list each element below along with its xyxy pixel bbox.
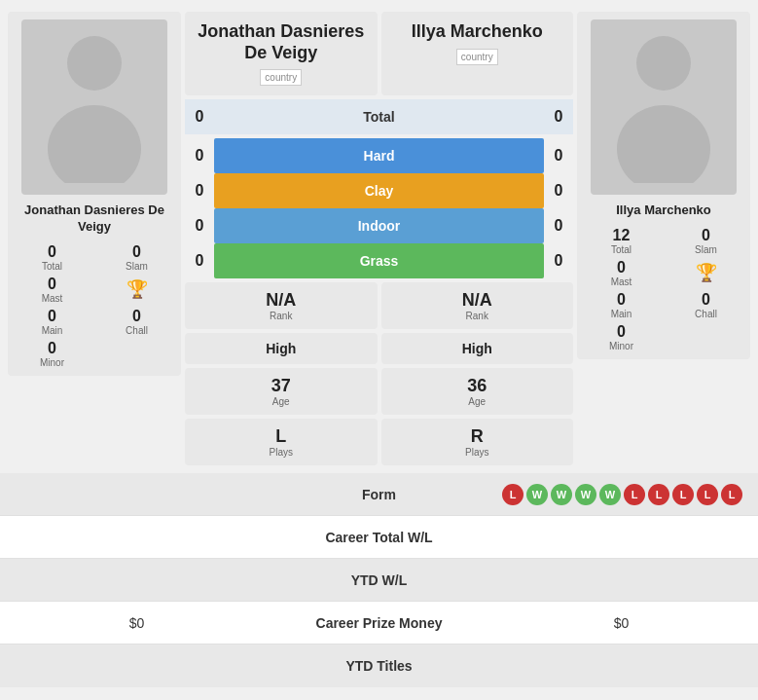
career-wl-row: Career Total W/L xyxy=(0,516,758,559)
player2-stats: 12 Total 0 Slam 0 Mast 🏆 0 Main xyxy=(583,227,744,351)
p2-high-box: High xyxy=(381,333,574,364)
p1-total-cell: 0 Total xyxy=(14,243,90,272)
p2-age-label: Age xyxy=(387,396,568,407)
form-badge-9: L xyxy=(697,484,718,505)
p1-info-name: Jonathan Dasnieres De Veigy xyxy=(193,21,370,63)
p2-plays-box: R Plays xyxy=(381,419,574,465)
form-badge-5: W xyxy=(599,484,621,505)
prize-right: $0 xyxy=(500,615,742,631)
indoor-bar: Indoor xyxy=(214,208,544,243)
p2-detail-stats: N/A Rank High 36 Age R Plays xyxy=(381,282,574,465)
p1-mast-label: Mast xyxy=(42,293,63,304)
clay-bar: Clay xyxy=(214,173,544,208)
form-badge-8: L xyxy=(672,484,694,505)
p2-plays-label: Plays xyxy=(387,447,568,458)
prize-label: Career Prize Money xyxy=(258,615,500,631)
main-container: Jonathan Dasnieres De Veigy 0 Total 0 Sl… xyxy=(0,0,758,687)
p1-main-value: 0 xyxy=(48,308,56,325)
surface-row-clay: 0 Clay 0 xyxy=(185,173,573,208)
p2-rank-box: N/A Rank xyxy=(381,282,574,329)
hard-bar: Hard xyxy=(214,138,544,173)
stats-row: N/A Rank High 37 Age L Plays xyxy=(185,282,573,465)
p1-slam-value: 0 xyxy=(132,243,141,261)
p2-total-value: 12 xyxy=(613,227,631,244)
p2-info-name: Illya Marchenko xyxy=(412,21,543,43)
p1-rank-box: N/A Rank xyxy=(185,282,378,329)
grass-right-score: 0 xyxy=(544,252,573,270)
p1-main-label: Main xyxy=(42,325,63,336)
p2-total-label: Total xyxy=(611,244,632,255)
p1-high-value: High xyxy=(191,341,372,356)
p2-chall-label: Chall xyxy=(695,309,717,319)
form-row: Form L W W W W L L L L L xyxy=(0,473,758,516)
player2-name: Illya Marchenko xyxy=(616,203,711,219)
p2-mast-label: Mast xyxy=(611,276,632,287)
p1-mast-value: 0 xyxy=(48,276,56,293)
p1-plays-value: L xyxy=(191,426,372,447)
player1-name: Jonathan Dasnieres De Veigy xyxy=(14,203,175,236)
surface-row-indoor: 0 Indoor 0 xyxy=(185,208,573,243)
prize-left: $0 xyxy=(16,615,258,631)
form-badge-2: W xyxy=(526,484,548,505)
bottom-section: Form L W W W W L L L L L Career Total W/… xyxy=(0,473,758,687)
p2-minor-value: 0 xyxy=(617,323,626,341)
player1-stats: 0 Total 0 Slam 0 Mast 🏆 0 Main xyxy=(14,243,175,368)
p2-country: country xyxy=(456,49,498,65)
career-wl-label: Career Total W/L xyxy=(258,530,500,545)
p1-chall-label: Chall xyxy=(126,325,148,336)
name-boxes-row: Jonathan Dasnieres De Veigy country Illy… xyxy=(185,12,573,95)
svg-point-0 xyxy=(67,36,122,91)
p1-main-cell: 0 Main xyxy=(14,308,90,336)
indoor-left-score: 0 xyxy=(185,217,214,235)
p1-info-box: Jonathan Dasnieres De Veigy country xyxy=(185,12,378,95)
p1-total-value: 0 xyxy=(48,243,56,261)
p2-main-cell: 0 Main xyxy=(583,291,660,319)
p2-slam-label: Slam xyxy=(695,244,717,255)
grass-left-score: 0 xyxy=(185,252,214,270)
p1-detail-stats: N/A Rank High 37 Age L Plays xyxy=(185,282,378,465)
p1-mast-cell: 0 Mast xyxy=(14,276,90,304)
p2-trophy-cell: 🏆 xyxy=(668,259,744,287)
p2-total-cell: 12 Total xyxy=(583,227,660,255)
p1-age-label: Age xyxy=(191,396,372,407)
p1-chall-value: 0 xyxy=(132,308,141,325)
p2-minor-label: Minor xyxy=(609,341,633,351)
p2-chall-cell: 0 Chall xyxy=(668,291,744,319)
indoor-right-score: 0 xyxy=(544,217,573,235)
p1-plays-label: Plays xyxy=(191,447,372,458)
p1-total-label: Total xyxy=(42,261,62,272)
p2-plays-value: R xyxy=(387,426,568,447)
p2-trophy-icon: 🏆 xyxy=(696,262,717,283)
p2-main-value: 0 xyxy=(617,291,626,309)
p2-mast-value: 0 xyxy=(617,259,626,276)
total-right-score: 0 xyxy=(544,108,573,126)
total-left-score: 0 xyxy=(185,108,214,126)
grass-bar: Grass xyxy=(214,243,544,278)
ytd-titles-label: YTD Titles xyxy=(258,658,500,674)
p2-mast-cell: 0 Mast xyxy=(583,259,660,287)
form-badge-4: W xyxy=(575,484,596,505)
p1-slam-label: Slam xyxy=(126,261,148,272)
p1-trophy-cell: 🏆 xyxy=(98,276,175,304)
ytd-wl-label: YTD W/L xyxy=(258,572,500,588)
total-row: 0 Total 0 xyxy=(185,99,573,134)
p2-rank-label: Rank xyxy=(387,311,568,321)
svg-point-2 xyxy=(636,36,691,91)
p2-chall-value: 0 xyxy=(702,291,710,309)
player2-avatar xyxy=(591,19,737,195)
p1-plays-box: L Plays xyxy=(185,419,378,465)
p2-high-value: High xyxy=(387,341,568,356)
p2-info-box: Illya Marchenko country xyxy=(381,12,574,95)
p1-country: country xyxy=(260,69,302,86)
svg-point-1 xyxy=(48,105,141,183)
p1-chall-cell: 0 Chall xyxy=(98,308,175,336)
form-label: Form xyxy=(258,487,500,502)
ytd-titles-row: YTD Titles xyxy=(0,645,758,687)
ytd-wl-row: YTD W/L xyxy=(0,559,758,602)
clay-right-score: 0 xyxy=(544,182,573,200)
p2-age-box: 36 Age xyxy=(381,368,574,415)
p2-main-label: Main xyxy=(611,309,632,319)
surface-rows: 0 Hard 0 0 Clay 0 0 Indoor 0 0 Grass xyxy=(185,138,573,278)
trophy-icon: 🏆 xyxy=(126,278,148,300)
p1-slam-cell: 0 Slam xyxy=(98,243,175,272)
